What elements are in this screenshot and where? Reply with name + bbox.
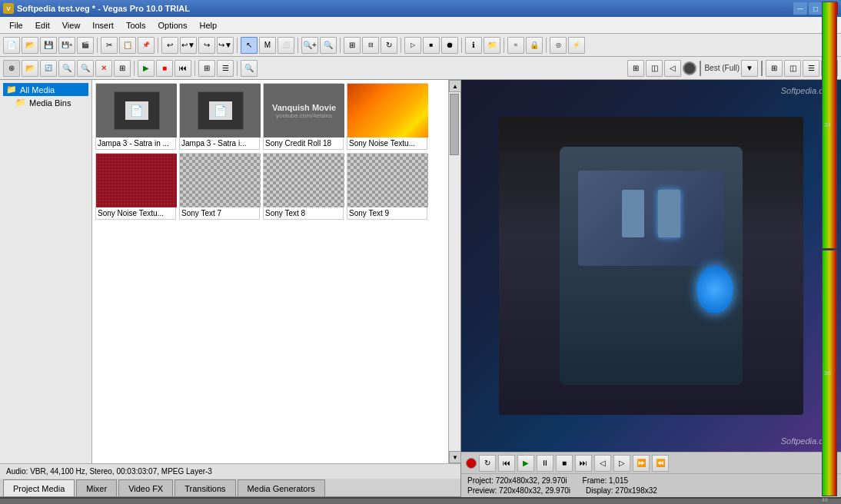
- tb-options[interactable]: ⊞: [114, 60, 131, 77]
- preview-play-button[interactable]: ▶: [517, 455, 534, 472]
- tb-prev2[interactable]: 📂: [22, 60, 38, 77]
- envelope-tool[interactable]: M: [259, 37, 276, 54]
- menu-help[interactable]: Help: [193, 19, 223, 32]
- tb-play[interactable]: ▶: [138, 60, 155, 77]
- menu-edit[interactable]: Edit: [29, 19, 56, 32]
- selection-tool[interactable]: ⬜: [278, 37, 294, 54]
- menu-view[interactable]: View: [56, 19, 87, 32]
- paste-button[interactable]: 📌: [138, 37, 155, 54]
- preview-info-text: Preview: 720x480x32, 29.970i: [467, 486, 570, 495]
- media-thumb-7[interactable]: Sony Text 9: [347, 153, 427, 220]
- zoom-in-button[interactable]: 🔍+: [301, 37, 318, 54]
- media-thumb-1[interactable]: 📄 Jampa 3 - Satra i...: [179, 83, 260, 150]
- tb-grid[interactable]: ⊞: [198, 60, 215, 77]
- media-thumb-4[interactable]: Sony Noise Textu...: [95, 153, 176, 220]
- grid-button[interactable]: ⊞: [344, 37, 361, 54]
- preview-ff[interactable]: ⏩: [633, 455, 650, 472]
- preview-pause-button[interactable]: ⏸: [537, 455, 553, 472]
- tab-transitions[interactable]: Transitions: [175, 479, 235, 496]
- tb-prev3[interactable]: 🔄: [40, 60, 57, 77]
- quality-label: Best (Full): [704, 64, 740, 72]
- copy-button[interactable]: 📋: [119, 37, 136, 54]
- tb-stop[interactable]: ✕: [95, 60, 112, 77]
- properties-button[interactable]: ℹ: [465, 37, 482, 54]
- preview-controls: ↻ ⏮ ▶ ⏸ ■ ⏭ ◁ ▷ ⏩ ⏪: [461, 452, 841, 473]
- tabs-bar: Project Media Mixer Video FX Transitions…: [0, 479, 460, 497]
- tab-media-generators[interactable]: Media Generators: [238, 479, 325, 496]
- save-as-button[interactable]: 💾+: [58, 37, 75, 54]
- menu-tools[interactable]: Tools: [120, 19, 152, 32]
- render-button[interactable]: 🎬: [77, 37, 94, 54]
- title-bar: V Softpedia test.veg * - Vegas Pro 10.0 …: [0, 0, 841, 17]
- tb-search[interactable]: 🔍: [58, 60, 75, 77]
- tb-split[interactable]: ◫: [646, 60, 663, 77]
- redo-button[interactable]: ↪: [198, 37, 215, 54]
- tb-zoom-in[interactable]: 🔍: [77, 60, 94, 77]
- open-button[interactable]: 📂: [22, 37, 38, 54]
- tb-prev[interactable]: ⏮: [175, 60, 191, 77]
- ext2-button[interactable]: ⚡: [568, 37, 585, 54]
- redo-dropdown[interactable]: ↪▼: [217, 37, 234, 54]
- tree-item-all-media[interactable]: 📁 All Media: [3, 83, 88, 96]
- tb-preview-circle[interactable]: [683, 61, 696, 75]
- snap-button[interactable]: ⊟: [362, 37, 379, 54]
- tb-ext1[interactable]: ☰: [803, 60, 819, 77]
- normal-tool[interactable]: ↖: [241, 37, 258, 54]
- tb-prev1[interactable]: ⊛: [3, 60, 20, 77]
- timeline-timecode: 00:00:33:25: [6, 501, 115, 504]
- explorer-button[interactable]: 📁: [484, 37, 500, 54]
- loop-button[interactable]: ↻: [381, 37, 397, 54]
- scroll-down-button[interactable]: ▼: [449, 451, 461, 463]
- undo-button[interactable]: ↩: [161, 37, 178, 54]
- preview-area: Softpedia.com Softpedia.com: [461, 80, 841, 452]
- tree-item-media-bins[interactable]: 📁 Media Bins: [3, 96, 88, 109]
- preview-loop-button[interactable]: ↻: [479, 455, 496, 472]
- preview-goto-start[interactable]: ⏮: [498, 455, 515, 472]
- preview-video: Softpedia.com Softpedia.com: [461, 80, 841, 452]
- minimize-button[interactable]: ─: [793, 2, 807, 15]
- main-layout: 📁 All Media 📁 Media Bins: [0, 80, 841, 497]
- preview-button[interactable]: ▷: [404, 37, 421, 54]
- media-status-text: Audio: VBR, 44,100 Hz, Stereo, 00:03:03:…: [6, 467, 212, 476]
- tab-video-fx[interactable]: Video FX: [118, 479, 173, 496]
- maximize-button[interactable]: □: [809, 2, 823, 15]
- media-thumb-3[interactable]: Sony Noise Textu...: [347, 83, 427, 150]
- media-thumb-6[interactable]: Sony Text 8: [263, 153, 344, 220]
- timeline-area: 00:00:33:25 ⊞ ⊟ ⊡ ☰ ⊕ ⊗ ≋ ⊞ 2 M S: [0, 497, 841, 504]
- preview-prev-frame[interactable]: ◁: [594, 455, 611, 472]
- menu-file[interactable]: File: [3, 19, 29, 32]
- menu-insert[interactable]: Insert: [86, 19, 120, 32]
- zoom-out-button[interactable]: 🔍: [320, 37, 337, 54]
- scroll-up-button[interactable]: ▲: [449, 80, 461, 92]
- stop-button[interactable]: ■: [423, 37, 440, 54]
- quality-dropdown[interactable]: ▼: [741, 60, 758, 77]
- tb-list[interactable]: ☰: [217, 60, 234, 77]
- tb-prev-q[interactable]: ◁: [664, 60, 681, 77]
- menu-bar: File Edit View Insert Tools Options Help: [0, 17, 841, 34]
- auto-ripple-button[interactable]: ≈: [507, 37, 524, 54]
- new-button[interactable]: 📄: [3, 37, 20, 54]
- preview-goto-end[interactable]: ⏭: [575, 455, 592, 472]
- ext1-button[interactable]: ◎: [550, 37, 567, 54]
- record-button[interactable]: ⏺: [441, 37, 458, 54]
- save-button[interactable]: 💾: [40, 37, 57, 54]
- lock-button[interactable]: 🔒: [526, 37, 543, 54]
- cut-button[interactable]: ✂: [101, 37, 118, 54]
- media-thumb-5[interactable]: Sony Text 7: [179, 153, 260, 220]
- tb-fullscreen[interactable]: ⊞: [627, 60, 644, 77]
- tb-stop2[interactable]: ■: [156, 60, 173, 77]
- undo-dropdown[interactable]: ↩▼: [180, 37, 197, 54]
- menu-options[interactable]: Options: [152, 19, 194, 32]
- media-thumb-2[interactable]: Vanquish Movie youtube.com/4elsins Sony …: [263, 83, 344, 150]
- scroll-thumb[interactable]: [450, 94, 459, 155]
- media-thumb-0[interactable]: 📄 Jampa 3 - Satra in ...: [95, 83, 176, 150]
- preview-next-frame[interactable]: ▷: [613, 455, 630, 472]
- tb-find[interactable]: 🔍: [241, 60, 258, 77]
- tb-snap2[interactable]: ◫: [784, 60, 801, 77]
- media-toolbar: ⊛ 📂 🔄 🔍 🔍 ✕ ⊞ ▶ ■ ⏮ ⊞ ☰ 🔍 ⊞ ◫ ◁ Best (Fu…: [0, 57, 841, 80]
- tb-grid2[interactable]: ⊞: [766, 60, 783, 77]
- tab-mixer[interactable]: Mixer: [76, 479, 117, 496]
- tab-project-media[interactable]: Project Media: [3, 479, 75, 496]
- preview-stop-button[interactable]: ■: [556, 455, 573, 472]
- preview-rw[interactable]: ⏪: [652, 455, 669, 472]
